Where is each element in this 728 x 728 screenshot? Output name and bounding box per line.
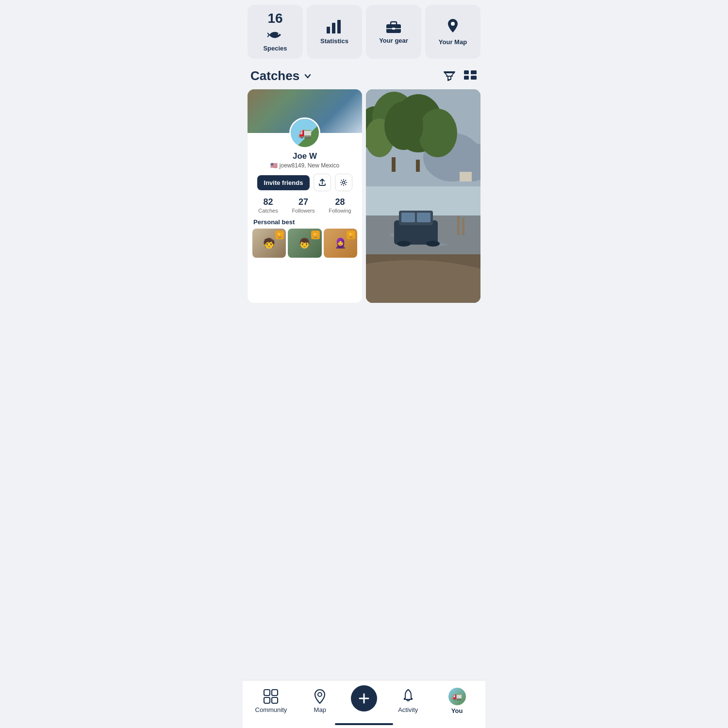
your-map-label: Your Map [439,38,467,46]
svg-rect-23 [392,157,396,172]
followers-stat: 27 Followers [292,197,314,214]
svg-rect-41 [264,697,270,703]
filter-icon[interactable] [443,69,456,83]
svg-point-43 [318,693,322,696]
svg-point-0 [278,33,280,35]
map-pin-icon [446,18,460,35]
community-label: Community [255,706,287,713]
following-count: 28 [329,197,351,207]
cards-grid: 🚛 Joe W 🇺🇸 joew8149, New Mexico Invite f… [248,89,480,303]
catches-title: Catches [250,68,299,83]
species-label: Species [263,45,287,52]
you-avatar: 🚛 [448,688,466,705]
svg-point-33 [397,241,411,247]
followers-stat-label: Followers [292,208,314,214]
pb-badge-3: 🏆 [347,231,355,239]
pb-thumb-1[interactable]: 🧒 🏆 [252,229,286,258]
svg-rect-40 [272,690,278,695]
svg-point-20 [418,109,457,157]
svg-rect-10 [464,76,469,80]
following-stat: 28 Following [329,197,351,214]
pb-thumb-2[interactable]: 👦 🏆 [288,229,321,258]
nav-map[interactable]: Map [296,689,345,713]
settings-button[interactable] [335,174,352,191]
username-text: joew8149, New Mexico [280,162,339,169]
profile-card: 🚛 Joe W 🇺🇸 joew8149, New Mexico Invite f… [248,89,362,303]
map-label: Map [314,706,326,713]
flood-photo [366,89,480,303]
catches-actions [443,69,478,83]
you-label: You [451,707,463,714]
nav-you[interactable]: 🚛 You [432,688,481,714]
svg-rect-2 [332,23,335,33]
activity-bell-icon [401,689,415,704]
pb-badge-2: 🏆 [311,231,320,239]
catches-title-group[interactable]: Catches [250,68,312,83]
following-stat-label: Following [329,208,351,214]
svg-rect-38 [460,172,472,182]
map-nav-icon [313,689,327,704]
personal-best-thumbnails: 🧒 🏆 👦 🏆 🧕 🏆 [248,229,362,258]
profile-actions: Invite friends [253,174,356,191]
svg-rect-8 [464,70,469,74]
statistics-label: Statistics [320,37,348,45]
svg-rect-1 [327,27,330,33]
photo-scene [366,89,480,303]
your-gear-label: Your gear [379,37,408,44]
stats-row: 16 Species Statistics [243,0,485,59]
avatar-image: 🚛 [291,119,319,147]
fish-icon [267,28,283,42]
svg-rect-42 [272,697,278,703]
community-icon [263,689,279,704]
catches-count: 82 [258,197,278,207]
svg-rect-9 [471,70,477,74]
svg-rect-11 [471,76,477,80]
photo-card[interactable] [366,89,480,303]
catches-stat: 82 Catches [258,197,278,214]
svg-rect-24 [416,160,420,172]
bottom-nav: Community Map Activity 🚛 You [243,680,485,728]
profile-location: 🇺🇸 joew8149, New Mexico [248,162,362,169]
nav-community[interactable]: Community [247,689,296,713]
svg-point-12 [343,182,345,184]
svg-point-7 [451,22,455,26]
profile-stats: 82 Catches 27 Followers 28 Following [251,197,358,214]
followers-count: 27 [292,197,314,207]
grid-view-icon[interactable] [463,69,478,83]
personal-best-label: Personal best [253,218,356,226]
species-number: 16 [267,12,282,25]
invite-friends-button[interactable]: Invite friends [257,175,310,190]
pb-badge-1: 🏆 [275,231,284,239]
catches-header: Catches [243,59,485,89]
stat-your-gear[interactable]: Your gear [366,5,421,59]
svg-rect-39 [264,690,270,695]
svg-rect-36 [457,215,460,235]
flag-icon: 🇺🇸 [270,162,278,169]
svg-rect-37 [462,218,464,235]
stat-statistics[interactable]: Statistics [307,5,362,59]
avatar[interactable]: 🚛 [289,117,320,149]
briefcase-icon [385,19,402,34]
stat-your-map[interactable]: Your Map [425,5,480,59]
pb-thumb-3[interactable]: 🧕 🏆 [324,229,357,258]
content-area: 🚛 Joe W 🇺🇸 joew8149, New Mexico Invite f… [243,89,485,308]
share-button[interactable] [314,174,331,191]
add-button[interactable] [351,685,377,711]
activity-label: Activity [398,706,418,713]
nav-add[interactable] [345,685,384,716]
home-indicator [335,723,393,725]
profile-avatar-wrapper: 🚛 [248,117,362,149]
stat-species[interactable]: 16 Species [248,5,303,59]
catches-stat-label: Catches [258,208,278,214]
svg-rect-32 [417,213,430,222]
svg-rect-3 [337,20,341,33]
svg-rect-31 [401,213,415,222]
chevron-down-icon[interactable] [303,72,312,81]
profile-name: Joe W [248,151,362,161]
svg-point-22 [384,101,423,150]
svg-point-34 [426,241,440,247]
nav-activity[interactable]: Activity [383,689,432,713]
bar-chart-icon [326,19,343,34]
